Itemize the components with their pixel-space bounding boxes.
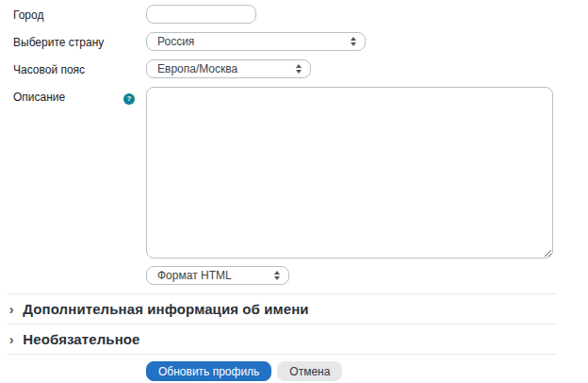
- city-input[interactable]: [146, 5, 256, 24]
- description-textarea[interactable]: [146, 87, 553, 258]
- timezone-label-text: Часовой пояс: [13, 63, 85, 76]
- section-additional-names[interactable]: › Дополнительная информация об имени: [8, 293, 556, 324]
- timezone-row: Часовой пояс Европа/Москва: [13, 59, 588, 78]
- format-select[interactable]: Формат HTML: [146, 266, 289, 285]
- description-label: Описание ?: [13, 87, 146, 105]
- cancel-button[interactable]: Отмена: [277, 361, 342, 381]
- city-row: Город: [13, 5, 588, 24]
- chevron-right-icon: ›: [9, 331, 13, 347]
- section-title: Необязательное: [23, 331, 139, 347]
- description-row: Описание ? Формат HTML: [13, 87, 588, 285]
- country-select[interactable]: Россия: [146, 32, 366, 51]
- description-label-text: Описание: [13, 91, 65, 104]
- section-title: Дополнительная информация об имени: [23, 301, 308, 317]
- collapsible-sections: › Дополнительная информация об имени › Н…: [8, 293, 556, 355]
- chevron-right-icon: ›: [9, 301, 13, 317]
- city-label: Город: [13, 5, 146, 22]
- update-profile-button[interactable]: Обновить профиль: [146, 361, 271, 381]
- timezone-select[interactable]: Европа/Москва: [146, 59, 311, 78]
- country-label: Выберите страну: [13, 32, 146, 49]
- city-label-text: Город: [13, 8, 43, 22]
- country-row: Выберите страну Россия: [13, 32, 588, 51]
- help-icon[interactable]: ?: [123, 93, 135, 105]
- format-row: Формат HTML: [146, 266, 553, 285]
- profile-edit-form: Город Выберите страну Россия Часовой поя…: [0, 0, 588, 383]
- sections-divider: [8, 354, 556, 355]
- section-optional[interactable]: › Необязательное: [8, 324, 556, 354]
- timezone-label: Часовой пояс: [13, 59, 146, 76]
- country-label-text: Выберите страну: [13, 36, 104, 49]
- description-editor: Формат HTML: [146, 87, 553, 285]
- form-actions: Обновить профиль Отмена: [146, 361, 588, 381]
